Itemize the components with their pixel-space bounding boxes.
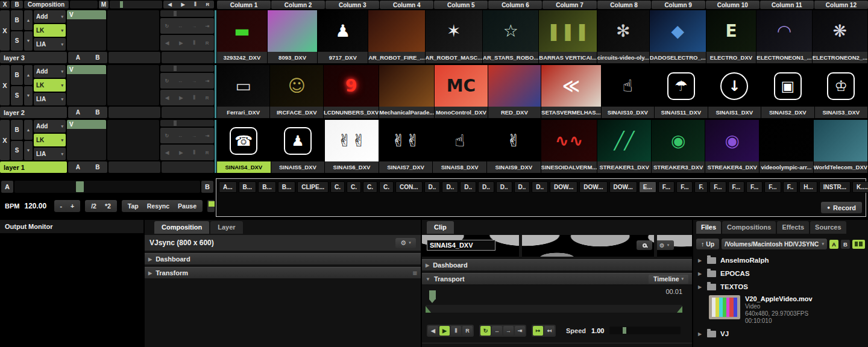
- master-slider-handle[interactable]: [120, 1, 123, 8]
- loop-icon[interactable]: ↻: [165, 133, 169, 139]
- column-header-button[interactable]: Column 9: [652, 1, 705, 9]
- deck-tab[interactable]: D..: [514, 181, 530, 193]
- tree-folder-row[interactable]: ▶TEXTOS: [693, 280, 868, 293]
- layer-down-icon[interactable]: ▼: [24, 141, 33, 161]
- bounce-icon[interactable]: ↔: [178, 133, 183, 139]
- deck-tab[interactable]: DOW...: [579, 181, 607, 193]
- deck-tab[interactable]: K....: [852, 181, 868, 193]
- deck-b-button[interactable]: B: [95, 54, 99, 61]
- bounce-button[interactable]: ↔: [492, 326, 502, 336]
- layer-name[interactable]: layer 3: [0, 52, 67, 63]
- play-button[interactable]: ▶: [439, 326, 450, 336]
- layer-speed-slider[interactable]: [160, 120, 214, 127]
- deck-tab[interactable]: F...: [709, 181, 726, 193]
- layer-up-icon[interactable]: ▲: [24, 10, 33, 30]
- deck-b-button[interactable]: B: [95, 164, 99, 170]
- clip-cell[interactable]: ✶AR_ROBOT_MASC...: [426, 10, 482, 63]
- snap-end-button[interactable]: ↤: [544, 326, 555, 336]
- play-once-icon[interactable]: ⇥: [206, 78, 210, 84]
- clip-cell[interactable]: MCMonoControl_DXV: [435, 65, 487, 118]
- play-backwards-button[interactable]: ◀: [428, 326, 438, 336]
- layer-name[interactable]: layer 2: [0, 107, 67, 118]
- deck-tab[interactable]: C.: [347, 181, 361, 193]
- clip-cell[interactable]: ☆AR_STARS_ROBO...: [483, 10, 538, 63]
- pause-icon[interactable]: Ⅱ: [193, 40, 195, 46]
- layer-clear-button[interactable]: X: [0, 120, 10, 160]
- speed-value[interactable]: 1.00: [591, 327, 604, 334]
- deck-a-button[interactable]: A: [76, 164, 80, 170]
- column-header-button[interactable]: Column 7: [542, 1, 596, 9]
- layer-solo-button[interactable]: S: [11, 141, 23, 161]
- blend-mode-dropdown[interactable]: Add▾: [34, 65, 66, 78]
- bpm-plus-button[interactable]: +: [71, 202, 74, 210]
- crossfader-b-button[interactable]: B: [201, 181, 213, 193]
- collapsed-arrow-icon[interactable]: ▶: [698, 258, 703, 263]
- layer-down-icon[interactable]: ▼: [24, 86, 33, 106]
- loop-icon[interactable]: ↻: [165, 78, 169, 84]
- clip-cell[interactable]: ✌SINAIS9_DXV: [487, 120, 541, 173]
- play-backwards-icon[interactable]: ◀: [165, 150, 169, 155]
- clip-cell[interactable]: ∿∿SINESOIDALVERM...: [541, 120, 597, 173]
- bounce-icon[interactable]: ↔: [178, 23, 183, 29]
- speed-slider[interactable]: [609, 327, 681, 334]
- clip-cell[interactable]: ◠ELECTRONEON1_...: [756, 10, 811, 63]
- crossfader-a-button[interactable]: A: [1, 181, 13, 193]
- forward-button[interactable]: →: [503, 326, 514, 336]
- composition-master-slider[interactable]: [110, 1, 162, 8]
- play-once-button[interactable]: ⇥: [515, 326, 525, 336]
- deck-tab[interactable]: D..: [424, 181, 441, 193]
- clip-cell[interactable]: ▬3293242_DXV: [217, 10, 267, 63]
- layer-up-icon[interactable]: ▲: [24, 65, 33, 85]
- clip-cell[interactable]: ♟SINAIS5_DXV: [271, 120, 325, 173]
- column-header-button[interactable]: Column 8: [597, 1, 651, 9]
- clip-cell[interactable]: ☂SINAIS11_DXV: [655, 65, 707, 118]
- bpm-minus-button[interactable]: -: [60, 202, 63, 210]
- in-point-marker[interactable]: [426, 306, 431, 313]
- resync-icon[interactable]: R: [206, 95, 209, 101]
- tab-layer[interactable]: Layer: [210, 221, 242, 234]
- clip-cell[interactable]: ✌✌SINAIS6_DXV: [325, 120, 379, 173]
- record-button[interactable]: ● Record: [821, 202, 862, 213]
- tab-composition[interactable]: Composition: [154, 221, 209, 234]
- lia-dropdown[interactable]: LIA▾: [34, 38, 66, 51]
- clip-cell[interactable]: ✻circuits-video-oly...: [597, 10, 649, 63]
- layer-solo-button[interactable]: S: [11, 86, 23, 106]
- deck-tab[interactable]: CLIPE...: [297, 181, 329, 193]
- lk-dropdown[interactable]: LK▾: [34, 79, 66, 92]
- layer-down-icon[interactable]: ▼: [24, 31, 33, 51]
- deck-tab[interactable]: F..: [783, 181, 798, 193]
- column-header-button[interactable]: Column 6: [488, 1, 542, 9]
- clip-cell[interactable]: EELECTRO_DXV: [706, 10, 756, 63]
- deck-tab[interactable]: DOW...: [609, 181, 637, 193]
- clip-cell[interactable]: ☎SINAIS4_DXV: [217, 120, 271, 173]
- clip-cell[interactable]: ≪SETASVERMELHAS...: [541, 65, 601, 118]
- deck-tab[interactable]: C.: [330, 181, 345, 193]
- composition-bypass-button[interactable]: B: [11, 1, 23, 8]
- pause-button[interactable]: Ⅱ: [451, 326, 461, 336]
- play-forwards-icon[interactable]: ▶: [179, 95, 183, 101]
- bpm-double-button[interactable]: *2: [105, 202, 111, 210]
- tab-effects[interactable]: Effects: [777, 221, 809, 234]
- forward-icon[interactable]: →: [192, 23, 197, 29]
- pause-icon[interactable]: Ⅱ: [194, 2, 197, 7]
- play-backwards-icon[interactable]: ◀: [168, 2, 172, 7]
- play-forwards-icon[interactable]: ▶: [179, 40, 183, 46]
- deck-tab[interactable]: A...: [219, 181, 237, 193]
- clip-cell[interactable]: videoolympic-arr...: [760, 120, 813, 173]
- layer-bypass-button[interactable]: B: [11, 10, 23, 30]
- lia-dropdown[interactable]: LIA▾: [34, 148, 66, 160]
- transform-section-header[interactable]: ▶ Transform ≡: [145, 267, 421, 278]
- clip-cell[interactable]: ◆DADOSELECTRO_...: [650, 10, 706, 63]
- pause-button[interactable]: Pause: [178, 202, 197, 210]
- deck-tab[interactable]: B...: [278, 181, 296, 193]
- collapsed-arrow-icon[interactable]: ▶: [698, 284, 703, 290]
- blend-mode-dropdown[interactable]: Add▾: [34, 10, 66, 23]
- bounce-icon[interactable]: ↔: [178, 78, 183, 84]
- column-header-button[interactable]: Column 5: [434, 1, 488, 9]
- composition-clear-button[interactable]: X: [0, 1, 10, 8]
- column-header-button[interactable]: Column 1: [217, 1, 271, 9]
- column-header-button[interactable]: Column 4: [380, 1, 433, 9]
- clip-cell[interactable]: RED_DXV: [488, 65, 541, 118]
- clip-cell[interactable]: ♟9717_DXV: [318, 10, 368, 63]
- tree-folder-row[interactable]: ▶VJ: [693, 327, 868, 340]
